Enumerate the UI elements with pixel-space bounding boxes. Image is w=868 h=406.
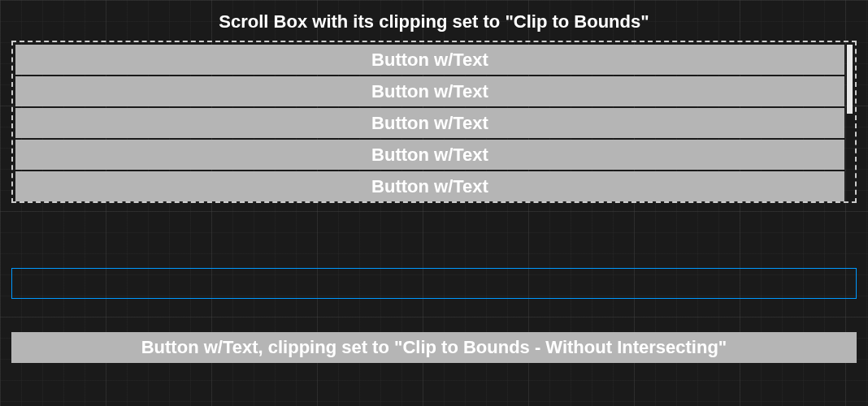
scroll-box-content: Button w/Text Button w/Text Button w/Tex… bbox=[15, 45, 847, 199]
scrollbar-track[interactable] bbox=[847, 45, 853, 199]
scroll-button[interactable]: Button w/Text bbox=[15, 108, 844, 138]
scroll-box[interactable]: Button w/Text Button w/Text Button w/Tex… bbox=[11, 41, 857, 203]
selection-outline bbox=[11, 268, 857, 299]
scroll-button[interactable]: Button w/Text bbox=[15, 140, 844, 170]
scroll-button[interactable]: Button w/Text bbox=[15, 45, 844, 75]
scroll-button[interactable]: Button w/Text bbox=[15, 171, 844, 201]
scrollbar-thumb[interactable] bbox=[847, 45, 853, 114]
bottom-button[interactable]: Button w/Text, clipping set to "Clip to … bbox=[11, 332, 857, 363]
scroll-button[interactable]: Button w/Text bbox=[15, 76, 844, 106]
page-title: Scroll Box with its clipping set to "Cli… bbox=[0, 0, 868, 41]
